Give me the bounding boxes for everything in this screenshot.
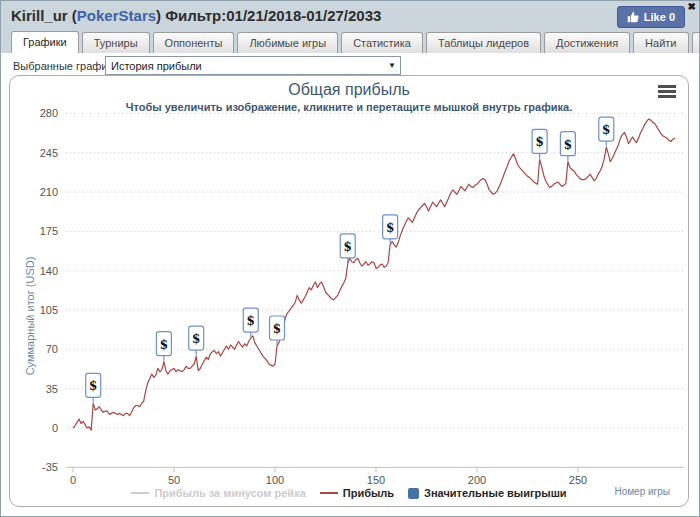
x-tick-label: 200: [468, 474, 486, 486]
gray-line-swatch: [131, 492, 149, 494]
tab-leaderboards[interactable]: Таблицы лидеров: [426, 32, 541, 53]
tab-favorite-games[interactable]: Любимые игры: [237, 32, 338, 53]
tab-find[interactable]: Найти: [633, 32, 688, 53]
significant-win-marker[interactable]: $: [156, 332, 171, 361]
tab-bar: Графики Турниры Оппоненты Любимые игры С…: [11, 31, 700, 53]
like-button[interactable]: Like 0: [617, 6, 685, 28]
blue-square-swatch: [408, 488, 419, 499]
tab-graphs[interactable]: Графики: [11, 31, 79, 53]
chart-legend: Прибыль за минусом рейка Прибыль Значите…: [10, 487, 688, 499]
tab-opponents[interactable]: Оппоненты: [153, 32, 235, 53]
filter-range: Фильтр:01/21/2018-01/27/2033: [165, 7, 381, 24]
significant-win-marker[interactable]: $: [86, 373, 101, 402]
thumbs-up-icon: [627, 11, 639, 23]
x-tick-label: 250: [569, 474, 587, 486]
y-tick-label: 210: [40, 186, 58, 198]
profit-line-series: [73, 119, 675, 430]
legend-item-significant-wins[interactable]: Значительные выигрыши: [408, 487, 567, 499]
x-tick-label: 150: [367, 474, 385, 486]
y-axis-title: Суммарный итог (USD): [24, 257, 36, 376]
significant-win-marker[interactable]: $: [560, 132, 575, 161]
sharkscope-player-window: Kirill_ur (PokerStars) Фильтр:01/21/2018…: [0, 0, 700, 517]
close-icon[interactable]: ✖: [688, 1, 696, 13]
site-name: PokerStars: [77, 7, 156, 24]
significant-win-marker[interactable]: $: [599, 117, 614, 146]
significant-win-marker[interactable]: $: [243, 308, 258, 337]
y-tick-label: 280: [40, 107, 58, 119]
y-tick-label: 245: [40, 147, 58, 159]
significant-win-marker[interactable]: $: [383, 215, 398, 244]
legend-item-profit-minus-rake[interactable]: Прибыль за минусом рейка: [131, 487, 305, 499]
x-tick-label: 0: [70, 474, 76, 486]
dollar-glyph: $: [192, 332, 200, 346]
graph-selector-dropdown[interactable]: История прибыли ▼: [105, 56, 401, 75]
dollar-glyph: $: [564, 138, 572, 152]
dollar-glyph: $: [160, 338, 168, 352]
dollar-glyph: $: [273, 322, 281, 336]
significant-win-marker[interactable]: $: [270, 316, 285, 345]
tab-tournaments[interactable]: Турниры: [82, 32, 150, 53]
significant-win-marker[interactable]: $: [189, 326, 204, 355]
legend-item-profit[interactable]: Прибыль: [320, 487, 394, 499]
y-tick-label: -35: [42, 461, 58, 473]
x-tick-label: 100: [266, 474, 284, 486]
y-tick-label: 140: [40, 265, 58, 277]
tab-publish[interactable]: Опубликовать: [692, 32, 700, 53]
tab-achievements[interactable]: Достижения: [544, 32, 630, 53]
y-tick-label: 175: [40, 225, 58, 237]
graph-selector-value: История прибыли: [111, 60, 202, 72]
player-name: Kirill_ur: [11, 7, 68, 24]
page-title: Kirill_ur (PokerStars) Фильтр:01/21/2018…: [11, 7, 381, 24]
profit-chart-panel: Общая прибыль Чтобы увеличить изображени…: [9, 75, 689, 507]
x-tick-label: 50: [168, 474, 180, 486]
y-tick-label: 70: [46, 343, 58, 355]
dollar-glyph: $: [602, 123, 610, 137]
significant-win-marker[interactable]: $: [340, 234, 355, 263]
like-button-label: Like 0: [644, 11, 675, 23]
dollar-glyph: $: [386, 221, 394, 235]
y-tick-label: 35: [46, 383, 58, 395]
dropdown-arrow-icon: ▼: [388, 61, 396, 70]
dollar-glyph: $: [247, 314, 255, 328]
significant-win-marker[interactable]: $: [532, 129, 547, 158]
y-tick-label: 105: [40, 304, 58, 316]
red-line-swatch: [320, 492, 338, 494]
tab-statistics[interactable]: Статистика: [341, 32, 423, 53]
profit-line-chart[interactable]: -350357010514017521024528005010015020025…: [10, 76, 688, 506]
x-axis-title: Номер игры: [614, 486, 670, 497]
y-tick-label: 0: [52, 422, 58, 434]
dollar-glyph: $: [344, 240, 352, 254]
dollar-glyph: $: [535, 135, 543, 149]
dollar-glyph: $: [89, 379, 97, 393]
